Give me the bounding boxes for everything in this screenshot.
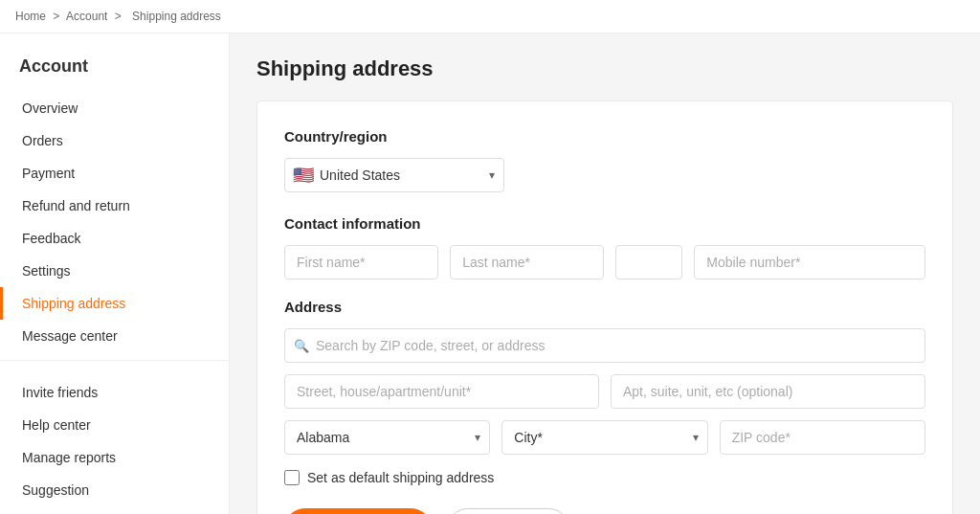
form-buttons: Confirm Cancel (284, 508, 925, 514)
city-wrap: City* ▾ (501, 420, 707, 455)
address-search-wrap: 🔍 (284, 328, 925, 363)
sidebar-item-feedback[interactable]: Feedback (0, 222, 229, 255)
cancel-button[interactable]: Cancel (447, 508, 570, 514)
default-address-label[interactable]: Set as default shipping address (307, 470, 494, 485)
zip-wrap (720, 420, 925, 455)
country-section-label: Country/region (284, 128, 925, 145)
breadcrumb: Home > Account > Shipping address (0, 0, 980, 34)
shipping-form-card: Country/region 🇺🇸 United States ▾ Contac… (256, 101, 953, 514)
country-select-wrap: 🇺🇸 United States ▾ (284, 158, 504, 192)
country-select[interactable]: United States (284, 158, 504, 192)
contact-section-label: Contact information (284, 215, 925, 232)
address-street-row (284, 374, 925, 409)
default-checkbox-row: Set as default shipping address (284, 470, 925, 485)
city-select[interactable]: City* (501, 420, 707, 455)
sidebar-item-shipping[interactable]: Shipping address (0, 287, 229, 320)
main-content: Shipping address Country/region 🇺🇸 Unite… (230, 34, 980, 514)
apt-wrap (611, 374, 925, 409)
last-name-wrap (450, 245, 604, 279)
sidebar-item-refund[interactable]: Refund and return (0, 190, 229, 222)
contact-row: +1 (284, 245, 925, 279)
sidebar: Account Overview Orders Payment Refund a… (0, 34, 230, 514)
sidebar-lower: Invite friends Help center Manage report… (0, 376, 229, 514)
sidebar-item-suggestion[interactable]: Suggestion (0, 474, 229, 506)
sidebar-divider (0, 360, 229, 361)
sidebar-item-message[interactable]: Message center (0, 320, 229, 352)
sidebar-item-reports[interactable]: Manage reports (0, 441, 229, 474)
page-title: Shipping address (256, 56, 953, 81)
state-select[interactable]: Alabama (284, 420, 490, 455)
sidebar-item-ds[interactable]: DS Center (0, 506, 229, 514)
phone-code-wrap: +1 (615, 245, 682, 279)
address-section: Address 🔍 Alabama (284, 299, 925, 514)
street-input[interactable] (284, 374, 599, 409)
address-search-input[interactable] (284, 328, 925, 363)
sidebar-title: Account (0, 49, 229, 92)
mobile-number-wrap (694, 245, 925, 279)
sidebar-item-overview[interactable]: Overview (0, 92, 229, 124)
sidebar-item-orders[interactable]: Orders (0, 124, 229, 157)
sidebar-item-settings[interactable]: Settings (0, 255, 229, 287)
apt-input[interactable] (611, 374, 925, 409)
breadcrumb-home[interactable]: Home (15, 10, 46, 23)
location-row: Alabama ▾ City* ▾ (284, 420, 925, 455)
address-section-label: Address (284, 299, 925, 315)
sidebar-item-payment[interactable]: Payment (0, 157, 229, 190)
first-name-wrap (284, 245, 438, 279)
last-name-input[interactable] (450, 245, 604, 279)
zip-input[interactable] (720, 420, 925, 455)
street-wrap (284, 374, 599, 409)
sidebar-item-help[interactable]: Help center (0, 409, 229, 441)
confirm-button[interactable]: Confirm (284, 508, 432, 514)
first-name-input[interactable] (284, 245, 438, 279)
default-address-checkbox[interactable] (284, 470, 300, 485)
breadcrumb-account[interactable]: Account (66, 10, 107, 23)
phone-code-input[interactable]: +1 (615, 245, 682, 279)
state-wrap: Alabama ▾ (284, 420, 490, 455)
mobile-number-input[interactable] (694, 245, 925, 279)
breadcrumb-current: Shipping address (132, 10, 221, 23)
sidebar-item-invite[interactable]: Invite friends (0, 376, 229, 409)
